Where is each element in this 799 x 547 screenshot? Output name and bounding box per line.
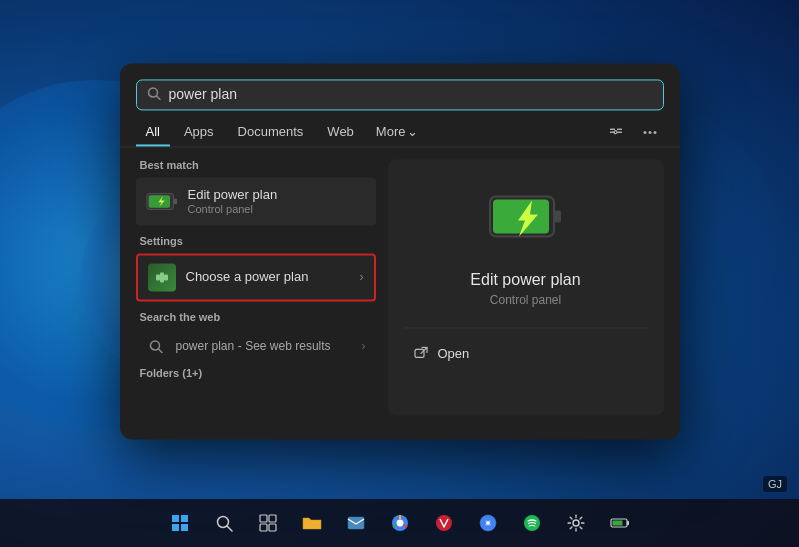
svg-rect-29 — [260, 515, 267, 522]
svg-point-7 — [643, 130, 646, 133]
svg-rect-44 — [627, 521, 629, 525]
svg-rect-23 — [172, 515, 179, 522]
svg-point-8 — [648, 130, 651, 133]
svg-line-1 — [156, 95, 160, 99]
svg-rect-31 — [260, 524, 267, 531]
svg-rect-45 — [612, 521, 622, 526]
svg-rect-21 — [415, 349, 424, 357]
divider — [404, 327, 648, 328]
open-button[interactable]: Open — [404, 340, 480, 368]
taskbar-mail[interactable] — [336, 503, 376, 543]
svg-point-35 — [396, 520, 403, 527]
best-match-title: Edit power plan — [188, 187, 366, 202]
svg-line-28 — [227, 526, 232, 531]
svg-rect-32 — [269, 524, 276, 531]
svg-rect-26 — [181, 524, 188, 531]
settings-item-title: Choose a power plan — [186, 269, 350, 284]
settings-item-text: Choose a power plan — [186, 269, 350, 284]
svg-rect-15 — [160, 272, 164, 282]
search-icon — [147, 86, 161, 103]
svg-rect-11 — [173, 198, 177, 203]
more-options-icon[interactable] — [636, 118, 664, 146]
svg-rect-5 — [610, 128, 615, 130]
best-match-text: Edit power plan Control panel — [188, 187, 366, 215]
svg-point-4 — [614, 130, 617, 133]
tab-all[interactable]: All — [136, 118, 170, 145]
search-tabs: All Apps Documents Web More ⌄ — [120, 110, 680, 147]
svg-point-36 — [436, 515, 452, 531]
taskbar-search[interactable] — [204, 503, 244, 543]
settings-gear-icon — [148, 263, 176, 291]
svg-rect-6 — [617, 128, 622, 130]
svg-rect-3 — [617, 131, 622, 133]
open-icon — [414, 346, 430, 362]
taskbar-browser[interactable] — [380, 503, 420, 543]
svg-rect-19 — [554, 210, 561, 222]
web-search-label: Search the web — [136, 311, 376, 323]
right-panel: Edit power plan Control panel Open — [388, 159, 664, 415]
svg-rect-13 — [156, 274, 160, 280]
tab-more[interactable]: More ⌄ — [368, 118, 427, 145]
svg-point-42 — [573, 520, 579, 526]
chevron-down-icon: ⌄ — [407, 124, 418, 139]
taskbar-vivaldi[interactable] — [424, 503, 464, 543]
taskbar-task-view[interactable] — [248, 503, 288, 543]
folders-label: Folders (1+) — [136, 363, 376, 383]
search-content: Best match Edit power plan — [120, 147, 680, 427]
right-panel-title: Edit power plan — [470, 271, 580, 289]
search-overlay: All Apps Documents Web More ⌄ — [120, 63, 680, 439]
right-panel-icon — [486, 179, 566, 259]
svg-point-9 — [653, 130, 656, 133]
left-panel: Best match Edit power plan — [136, 159, 376, 415]
taskbar-start-button[interactable] — [160, 503, 200, 543]
web-arrow-icon: › — [362, 339, 366, 353]
svg-point-40 — [486, 521, 490, 525]
tab-apps[interactable]: Apps — [174, 118, 224, 145]
settings-icon-tab[interactable] — [602, 118, 630, 146]
tab-documents[interactable]: Documents — [228, 118, 314, 145]
taskbar-icons — [160, 503, 640, 543]
taskbar-chrome[interactable] — [468, 503, 508, 543]
svg-line-17 — [158, 348, 162, 352]
settings-label: Settings — [136, 235, 376, 247]
web-search-text: power plan - See web results — [176, 338, 331, 353]
best-match-label: Best match — [136, 159, 376, 171]
web-search-icon — [146, 336, 166, 356]
tabs-right-icons — [602, 118, 664, 146]
taskbar — [0, 499, 799, 547]
search-input[interactable] — [169, 86, 653, 102]
right-panel-subtitle: Control panel — [490, 293, 561, 307]
svg-rect-25 — [172, 524, 179, 531]
taskbar-file-explorer[interactable] — [292, 503, 332, 543]
taskbar-spotify[interactable] — [512, 503, 552, 543]
svg-rect-24 — [181, 515, 188, 522]
svg-rect-30 — [269, 515, 276, 522]
web-search-item[interactable]: power plan - See web results › — [136, 329, 376, 363]
taskbar-settings[interactable] — [556, 503, 596, 543]
tab-web[interactable]: Web — [317, 118, 364, 145]
watermark: GJ — [763, 476, 787, 492]
search-bar — [136, 79, 664, 110]
best-match-item[interactable]: Edit power plan Control panel — [136, 177, 376, 225]
settings-item[interactable]: Choose a power plan › — [136, 253, 376, 301]
power-plan-icon — [146, 185, 178, 217]
svg-rect-33 — [348, 517, 364, 529]
arrow-icon: › — [360, 270, 364, 284]
best-match-subtitle: Control panel — [188, 203, 366, 215]
open-label: Open — [438, 346, 470, 361]
svg-rect-14 — [164, 274, 168, 280]
taskbar-battery[interactable] — [600, 503, 640, 543]
